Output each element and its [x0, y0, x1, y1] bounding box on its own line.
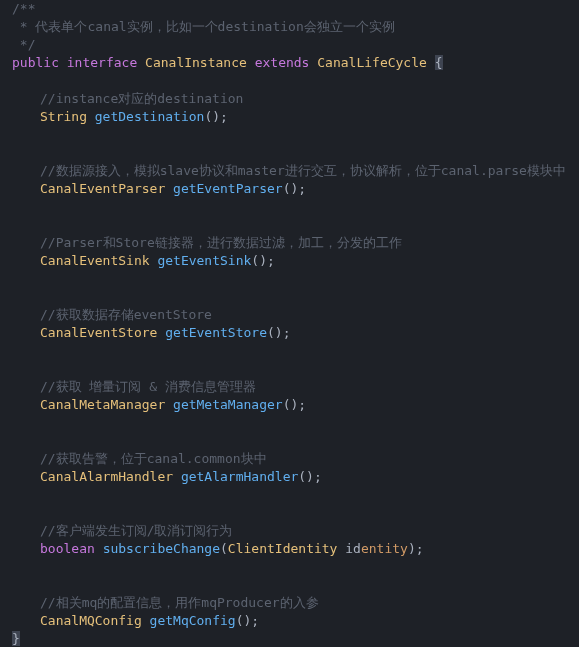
- code-line: }: [0, 630, 579, 647]
- comment-text: //获取告警，位于canal.common块中: [40, 451, 267, 466]
- keyword: public: [12, 55, 59, 70]
- code-line: CanalMQConfig getMqConfig();: [0, 612, 579, 630]
- punctuation: ();: [283, 181, 306, 196]
- method-name: getEventSink: [157, 253, 251, 268]
- method-name: getEventStore: [165, 325, 267, 340]
- punctuation: ();: [204, 109, 227, 124]
- comment-text: * 代表单个canal实例，比如一个destination会独立一个实例: [12, 19, 395, 34]
- code-line: //相关mq的配置信息，用作mqProducer的入参: [0, 594, 579, 612]
- code-line: CanalEventParser getEventParser();: [0, 180, 579, 198]
- code-line: public interface CanalInstance extends C…: [0, 54, 579, 72]
- type-name: CanalLifeCycle: [317, 55, 427, 70]
- blank-line: [0, 414, 579, 432]
- punctuation: ();: [298, 469, 321, 484]
- punctuation: ();: [251, 253, 274, 268]
- brace: }: [12, 631, 20, 646]
- punctuation: ();: [236, 613, 259, 628]
- blank-line: [0, 288, 579, 306]
- code-line: //Parser和Store链接器，进行数据过滤，加工，分发的工作: [0, 234, 579, 252]
- blank-line: [0, 270, 579, 288]
- type-name: String: [40, 109, 87, 124]
- brace: {: [435, 55, 443, 70]
- code-line: //获取告警，位于canal.common块中: [0, 450, 579, 468]
- blank-line: [0, 558, 579, 576]
- type-name: CanalEventSink: [40, 253, 150, 268]
- code-editor[interactable]: /** * 代表单个canal实例，比如一个destination会独立一个实例…: [0, 0, 579, 647]
- method-name: subscribeChange: [103, 541, 220, 556]
- code-line: */: [0, 36, 579, 54]
- code-line: CanalEventSink getEventSink();: [0, 252, 579, 270]
- blank-line: [0, 360, 579, 378]
- comment-text: //获取数据存储eventStore: [40, 307, 212, 322]
- comment-text: */: [12, 37, 35, 52]
- code-line: String getDestination();: [0, 108, 579, 126]
- punctuation: (: [220, 541, 228, 556]
- code-line: //获取 增量订阅 & 消费信息管理器: [0, 378, 579, 396]
- method-name: getAlarmHandler: [181, 469, 298, 484]
- punctuation: );: [408, 541, 424, 556]
- comment-text: //相关mq的配置信息，用作mqProducer的入参: [40, 595, 319, 610]
- type-name: CanalInstance: [145, 55, 247, 70]
- punctuation: ();: [283, 397, 306, 412]
- comment-text: //获取 增量订阅 & 消费信息管理器: [40, 379, 256, 394]
- method-name: getDestination: [95, 109, 205, 124]
- code-line: //获取数据存储eventStore: [0, 306, 579, 324]
- keyword: interface: [67, 55, 137, 70]
- blank-line: [0, 144, 579, 162]
- type-name: boolean: [40, 541, 95, 556]
- method-name: getMqConfig: [150, 613, 236, 628]
- comment-text: //数据源接入，模拟slave协议和master进行交互，协议解析，位于cana…: [40, 163, 566, 178]
- type-name: ClientIdentity: [228, 541, 338, 556]
- blank-line: [0, 216, 579, 234]
- comment-text: //instance对应的destination: [40, 91, 243, 106]
- blank-line: [0, 504, 579, 522]
- comment-text: /**: [12, 1, 35, 16]
- param-name: entity: [361, 541, 408, 556]
- blank-line: [0, 486, 579, 504]
- code-line: /**: [0, 0, 579, 18]
- type-name: CanalMQConfig: [40, 613, 142, 628]
- code-line: CanalAlarmHandler getAlarmHandler();: [0, 468, 579, 486]
- type-name: CanalEventStore: [40, 325, 157, 340]
- code-line: CanalMetaManager getMetaManager();: [0, 396, 579, 414]
- comment-text: //Parser和Store链接器，进行数据过滤，加工，分发的工作: [40, 235, 402, 250]
- blank-line: [0, 72, 579, 90]
- code-line: //instance对应的destination: [0, 90, 579, 108]
- code-line: * 代表单个canal实例，比如一个destination会独立一个实例: [0, 18, 579, 36]
- code-line: //数据源接入，模拟slave协议和master进行交互，协议解析，位于cana…: [0, 162, 579, 180]
- type-name: CanalAlarmHandler: [40, 469, 173, 484]
- code-line: CanalEventStore getEventStore();: [0, 324, 579, 342]
- code-line: boolean subscribeChange(ClientIdentity i…: [0, 540, 579, 558]
- blank-line: [0, 576, 579, 594]
- method-name: getMetaManager: [173, 397, 283, 412]
- punctuation: ();: [267, 325, 290, 340]
- method-name: getEventParser: [173, 181, 283, 196]
- blank-line: [0, 432, 579, 450]
- param-name: id: [337, 541, 360, 556]
- comment-text: //客户端发生订阅/取消订阅行为: [40, 523, 232, 538]
- blank-line: [0, 342, 579, 360]
- keyword: extends: [255, 55, 310, 70]
- code-line: //客户端发生订阅/取消订阅行为: [0, 522, 579, 540]
- blank-line: [0, 198, 579, 216]
- type-name: CanalEventParser: [40, 181, 165, 196]
- type-name: CanalMetaManager: [40, 397, 165, 412]
- blank-line: [0, 126, 579, 144]
